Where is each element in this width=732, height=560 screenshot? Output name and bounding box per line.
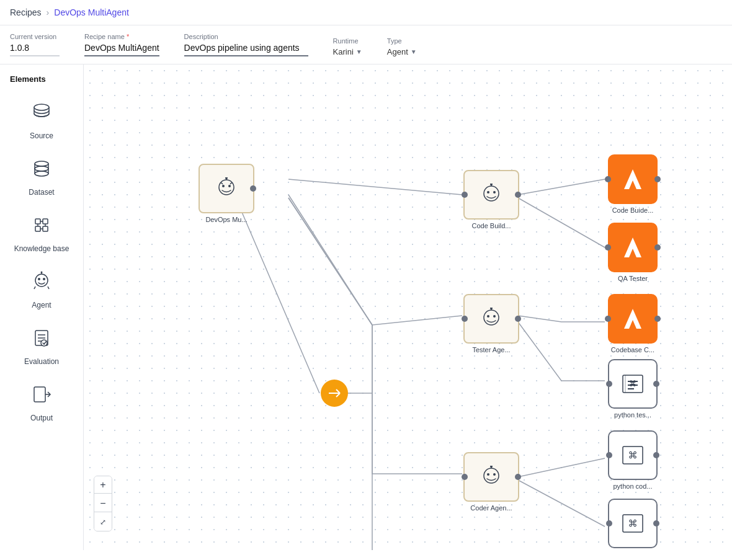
qa-tester-label: QA Tester (618, 275, 648, 282)
svg-rect-7 (43, 226, 48, 231)
svg-point-13 (38, 278, 40, 280)
tester-right-dot (515, 316, 521, 322)
description-field: Description DevOps pipeline using agents (184, 33, 308, 56)
node-qa-tester[interactable]: QA Tester (608, 223, 658, 282)
coder-agent-label: Coder Agen... (470, 504, 512, 512)
qa-tester-left-dot (605, 244, 611, 251)
devops-mu-label: DevOps Mu... (205, 216, 247, 223)
canvas-area: DevOps Mu... (84, 64, 732, 550)
qa-tester-box (608, 223, 658, 272)
svg-point-29 (222, 185, 225, 187)
agent-label: Agent (32, 301, 51, 309)
python-tes-label: python tes... (614, 411, 651, 419)
branch-node[interactable] (321, 380, 348, 407)
svg-point-43 (487, 315, 489, 318)
code-buider-label: Code Buide... (612, 207, 654, 214)
knowledge-base-icon (30, 214, 53, 241)
type-dropdown[interactable]: Agent ▼ (387, 47, 417, 56)
dataset-label: Dataset (29, 188, 54, 197)
sidebar-item-knowledge-base[interactable]: Knowledge base (5, 207, 78, 260)
svg-point-1 (35, 161, 48, 166)
codebase-c-label: Codebase C... (611, 346, 654, 353)
python-cod1-right-dot (653, 452, 659, 458)
python-cod1-left-dot (606, 452, 612, 458)
node-devops-mu[interactable]: DevOps Mu... (199, 164, 254, 223)
breadcrumb-current[interactable]: DevOps MultiAgent (54, 7, 129, 17)
source-icon (30, 101, 53, 128)
svg-point-38 (487, 191, 489, 193)
sidebar-item-source[interactable]: Source (5, 94, 78, 148)
zoom-out-button[interactable]: − (94, 495, 112, 512)
svg-line-17 (34, 287, 35, 289)
code-buider-right-dot (654, 176, 661, 182)
runtime-chevron-icon: ▼ (356, 48, 362, 55)
code-buider-left-dot (605, 176, 611, 182)
knowledge-base-label: Knowledge base (14, 244, 69, 253)
qa-tester-right-dot (654, 244, 661, 251)
elements-title: Elements (5, 74, 78, 84)
svg-rect-6 (35, 226, 40, 231)
code-build-label: Code Build... (472, 222, 511, 229)
code-build-right-dot (515, 192, 521, 198)
svg-line-18 (48, 287, 49, 289)
svg-point-51 (490, 466, 493, 468)
svg-point-16 (41, 272, 43, 273)
output-label: Output (30, 414, 53, 422)
python-tes-left-dot (606, 381, 612, 387)
sidebar-item-dataset[interactable]: Dataset (5, 150, 78, 204)
node-python-cod1[interactable]: ⌘ python cod... (608, 430, 658, 490)
node-code-build[interactable]: Code Build... (463, 170, 519, 229)
recipe-name-value[interactable]: DevOps MultiAgent (84, 43, 159, 56)
code-buider-box (608, 154, 658, 204)
agent-icon (30, 270, 53, 297)
svg-point-23 (41, 340, 47, 346)
svg-point-32 (225, 177, 228, 179)
node-tester-agent[interactable]: Tester Age... (463, 294, 519, 353)
metadata-bar: Current version 1.0.8 Recipe name * DevO… (0, 25, 732, 64)
type-field: Type Agent ▼ (387, 37, 417, 56)
type-value: Agent (387, 47, 408, 56)
type-chevron-icon: ▼ (411, 48, 417, 55)
svg-point-49 (493, 473, 496, 476)
svg-point-41 (490, 184, 493, 185)
svg-point-2 (35, 166, 48, 171)
sidebar-item-evaluation[interactable]: Evaluation (5, 319, 78, 373)
node-code-buider[interactable]: Code Buide... (608, 154, 658, 214)
zoom-fit-button[interactable]: ⤢ (94, 513, 112, 531)
tester-left-dot (462, 316, 468, 322)
version-field: Current version 1.0.8 (10, 33, 60, 56)
description-value[interactable]: DevOps pipeline using agents (184, 43, 308, 56)
svg-point-39 (493, 191, 496, 193)
breadcrumb-recipes[interactable]: Recipes (10, 7, 42, 17)
main-layout: Elements Source (0, 64, 732, 550)
python-cod2-box: ⌘ (608, 499, 658, 548)
dataset-icon (30, 158, 53, 184)
sidebar-item-agent[interactable]: Agent (5, 263, 78, 317)
code-build-left-dot (462, 192, 468, 198)
devops-right-dot (250, 185, 256, 192)
description-label: Description (184, 33, 308, 40)
breadcrumb-separator: › (47, 7, 50, 17)
python-tes-right-dot (653, 381, 659, 387)
runtime-dropdown[interactable]: Karini ▼ (333, 47, 362, 56)
svg-point-30 (228, 185, 231, 187)
svg-text:⌘: ⌘ (630, 377, 636, 390)
source-label: Source (30, 131, 53, 140)
python-cod2-left-dot (606, 520, 612, 527)
type-label: Type (387, 37, 417, 45)
zoom-in-button[interactable]: + (94, 476, 112, 494)
coder-agent-box (463, 452, 519, 502)
node-python-cod2[interactable]: ⌘ python cod... (608, 499, 658, 550)
svg-rect-5 (43, 219, 48, 224)
svg-point-44 (493, 315, 496, 318)
sidebar-item-output[interactable]: Output (5, 376, 78, 430)
svg-point-47 (484, 468, 499, 483)
node-coder-agent[interactable]: Coder Agen... (463, 452, 519, 512)
svg-point-28 (219, 180, 234, 195)
svg-point-46 (490, 308, 493, 309)
svg-text:⌘: ⌘ (628, 448, 636, 463)
node-python-tes[interactable]: ⌘ python tes... (608, 359, 658, 419)
node-codebase-c[interactable]: Codebase C... (608, 294, 658, 353)
runtime-label: Runtime (333, 37, 362, 45)
svg-point-37 (484, 186, 499, 201)
